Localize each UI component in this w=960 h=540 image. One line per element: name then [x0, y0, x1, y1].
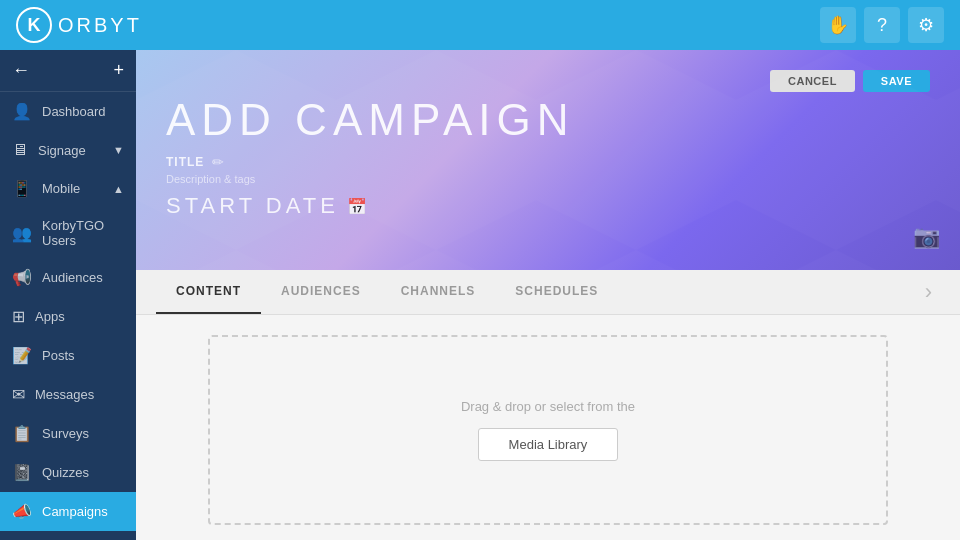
sidebar-item-mobile[interactable]: 📱 Mobile ▲: [0, 169, 136, 208]
sidebar-items: 👤 Dashboard 🖥 Signage ▼ 📱 Mobile ▲ 👥 Kor…: [0, 92, 136, 540]
tab-content[interactable]: CONTENT: [156, 270, 261, 314]
tabs-bar: CONTENTAUDIENCESCHANNELSSCHEDULES ›: [136, 270, 960, 315]
sidebar-top-bar: ← +: [0, 50, 136, 92]
hero-banner: CANCEL SAVE ADD CAMPAIGN TITLE ✏ Descrip…: [136, 50, 960, 270]
sidebar: ← + 👤 Dashboard 🖥 Signage ▼ 📱 Mobile ▲ 👥…: [0, 50, 136, 540]
sidebar-item-label: Mobile: [42, 181, 80, 196]
sidebar-item-label: Posts: [42, 348, 75, 363]
tab-chevron-icon[interactable]: ›: [917, 271, 940, 313]
sidebar-item-quizzes[interactable]: 📓 Quizzes: [0, 453, 136, 492]
sidebar-item-posts[interactable]: 📝 Posts: [0, 336, 136, 375]
main-layout: ← + 👤 Dashboard 🖥 Signage ▼ 📱 Mobile ▲ 👥…: [0, 50, 960, 540]
sidebar-item-label: Quizzes: [42, 465, 89, 480]
mobile-icon: 📱: [12, 179, 32, 198]
campaign-title: ADD CAMPAIGN: [166, 96, 930, 144]
sidebar-item-label: KorbyTGO Users: [42, 218, 124, 248]
korbytgo-icon: 👥: [12, 224, 32, 243]
camera-icon[interactable]: 📷: [913, 224, 940, 250]
chevron-signage-icon: ▼: [113, 144, 124, 156]
edit-icon[interactable]: ✏: [212, 154, 224, 170]
dashboard-icon: 👤: [12, 102, 32, 121]
chevron-mobile-icon: ▲: [113, 183, 124, 195]
save-button[interactable]: SAVE: [863, 70, 930, 92]
drop-text: Drag & drop or select from the: [461, 399, 635, 414]
sidebar-item-signage[interactable]: 🖥 Signage ▼: [0, 131, 136, 169]
logo-icon: K: [16, 7, 52, 43]
sidebar-item-label: Messages: [35, 387, 94, 402]
tab-audiences[interactable]: AUDIENCES: [261, 270, 381, 314]
surveys-icon: 📋: [12, 424, 32, 443]
audiences-icon: 📢: [12, 268, 32, 287]
header-icons: ✋ ? ⚙: [820, 7, 944, 43]
tab-schedules[interactable]: SCHEDULES: [495, 270, 618, 314]
sidebar-forward-icon[interactable]: +: [113, 60, 124, 81]
media-library-button[interactable]: Media Library: [478, 428, 619, 461]
cancel-button[interactable]: CANCEL: [770, 70, 855, 92]
sidebar-item-label: Surveys: [42, 426, 89, 441]
quizzes-icon: 📓: [12, 463, 32, 482]
tabs-container: CONTENTAUDIENCESCHANNELSSCHEDULES: [156, 270, 618, 314]
logo-text: ORBYT: [58, 14, 142, 37]
title-row: TITLE ✏: [166, 154, 930, 170]
top-header: K ORBYT ✋ ? ⚙: [0, 0, 960, 50]
logo: K ORBYT: [16, 7, 142, 43]
sidebar-item-label: Signage: [38, 143, 86, 158]
sidebar-item-label: Dashboard: [42, 104, 106, 119]
tab-channels[interactable]: CHANNELS: [381, 270, 496, 314]
drop-zone: Drag & drop or select from the Media Lib…: [208, 335, 888, 525]
tabs-area: CONTENTAUDIENCESCHANNELSSCHEDULES › Drag…: [136, 270, 960, 540]
sidebar-item-messages[interactable]: ✉ Messages: [0, 375, 136, 414]
hero-top-row: CANCEL SAVE: [166, 70, 930, 92]
hand-icon[interactable]: ✋: [820, 7, 856, 43]
sidebar-item-korbytgo[interactable]: 👥 KorbyTGO Users: [0, 208, 136, 258]
title-label: TITLE: [166, 155, 204, 169]
settings-icon[interactable]: ⚙: [908, 7, 944, 43]
calendar-icon[interactable]: 📅: [347, 197, 371, 216]
sidebar-item-label: Audiences: [42, 270, 103, 285]
sidebar-item-calendar[interactable]: 📅 Calendar: [0, 531, 136, 540]
sidebar-item-label: Apps: [35, 309, 65, 324]
sidebar-item-campaigns[interactable]: 📣 Campaigns: [0, 492, 136, 531]
help-icon[interactable]: ?: [864, 7, 900, 43]
posts-icon: 📝: [12, 346, 32, 365]
sidebar-item-surveys[interactable]: 📋 Surveys: [0, 414, 136, 453]
start-date: START DATE 📅: [166, 193, 930, 219]
description-tags: Description & tags: [166, 173, 930, 185]
sidebar-item-dashboard[interactable]: 👤 Dashboard: [0, 92, 136, 131]
apps-icon: ⊞: [12, 307, 25, 326]
sidebar-item-label: Campaigns: [42, 504, 108, 519]
signage-icon: 🖥: [12, 141, 28, 159]
content-panel: Drag & drop or select from the Media Lib…: [136, 315, 960, 540]
sidebar-item-audiences[interactable]: 📢 Audiences: [0, 258, 136, 297]
campaigns-icon: 📣: [12, 502, 32, 521]
content-area: CANCEL SAVE ADD CAMPAIGN TITLE ✏ Descrip…: [136, 50, 960, 540]
sidebar-item-apps[interactable]: ⊞ Apps: [0, 297, 136, 336]
sidebar-back-icon[interactable]: ←: [12, 60, 30, 81]
messages-icon: ✉: [12, 385, 25, 404]
